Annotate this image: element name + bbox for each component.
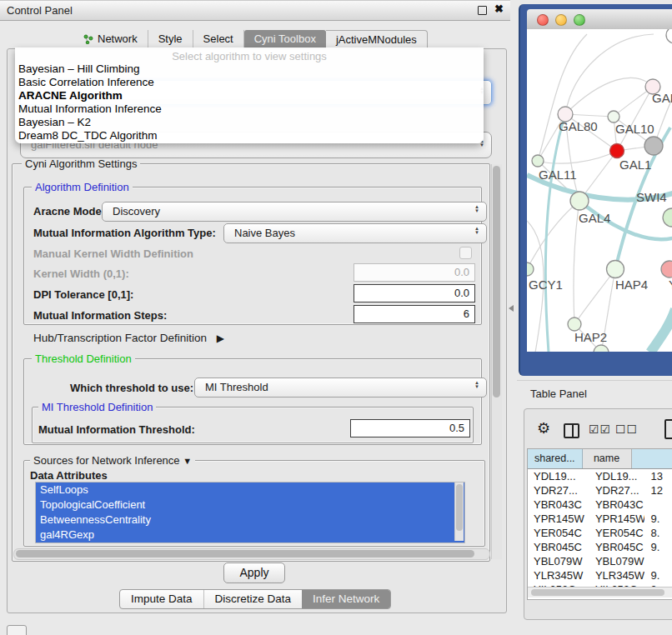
hub-definition-expander[interactable]: Hub/Transcription Factor Definition ▶: [33, 332, 224, 344]
network-window-titlebar[interactable]: [527, 9, 672, 30]
cell-shared-name: YPR145W: [528, 512, 589, 526]
node-swi4[interactable]: [663, 208, 672, 227]
close-traffic-light-icon[interactable]: [537, 14, 549, 26]
mi-steps-field[interactable]: 6: [354, 305, 475, 323]
tab-style-label: Style: [158, 30, 183, 48]
settings-group-title: Cyni Algorithm Settings: [22, 158, 140, 170]
zoom-traffic-light-icon[interactable]: [574, 14, 585, 26]
node-gal10[interactable]: [608, 111, 619, 122]
table-row[interactable]: YLR345W YLR345W 9.: [528, 568, 672, 582]
cell-value: [644, 498, 672, 512]
table-row[interactable]: YER054C YER054C 8.: [528, 526, 672, 540]
list-scrollbar[interactable]: [454, 482, 464, 541]
list-item[interactable]: BetweennessCentrality: [36, 512, 464, 528]
select-all-checkboxes-icon[interactable]: ☑☑: [589, 422, 611, 436]
node-partial-bottom[interactable]: [594, 345, 609, 352]
list-item[interactable]: TopologicalCoefficient: [36, 498, 464, 512]
algorithm-dropdown-popup: Select algorithm to view settings Bayesi…: [15, 48, 484, 143]
algorithm-option[interactable]: Bayesian – Hill Climbing: [15, 62, 484, 76]
table-row[interactable]: YDL19... YDL19... 13: [528, 469, 672, 483]
aracne-mode-label: Aracne Mode:: [33, 205, 105, 218]
table-row[interactable]: YPR145W YPR145W 9.: [528, 512, 672, 526]
cell-name: YER054C: [589, 526, 645, 540]
network-graph: GAL GAL80 GAL10 GAL1 GAL11 GAL4 SWI4 GCY…: [527, 29, 672, 352]
table-row[interactable]: YBR043C YBR043C: [528, 498, 672, 512]
table-horizontal-scrollbar[interactable]: [528, 587, 672, 598]
cell-name: YBL079W: [589, 554, 645, 568]
node-gal1-selected[interactable]: [610, 144, 624, 158]
minimize-traffic-light-icon[interactable]: [555, 14, 567, 26]
node-label: Y: [669, 278, 672, 292]
node-label: HAP2: [574, 330, 607, 344]
manual-kernel-width-label: Manual Kernel Width Definition: [33, 248, 193, 260]
tab-network[interactable]: Network: [73, 30, 148, 48]
deselect-all-checkboxes-icon[interactable]: ☐☐: [615, 422, 638, 436]
table-row[interactable]: YBL079W YBL079W: [528, 554, 672, 568]
tab-jactivemnodules[interactable]: jActiveMNodules: [326, 30, 428, 49]
algorithm-option[interactable]: Mutual Information Inference: [15, 102, 484, 116]
list-item[interactable]: SelfLoops: [36, 482, 464, 498]
collapsed-panel-button[interactable]: [7, 625, 27, 635]
cell-shared-name: YLR345W: [528, 568, 589, 582]
cell-value: 13: [644, 469, 672, 483]
settings-horizontal-scrollbar[interactable]: [13, 548, 490, 560]
node-gal4[interactable]: [570, 192, 589, 210]
algorithm-option[interactable]: Dream8 DC_TDC Algorithm: [15, 129, 484, 142]
tab-select[interactable]: Select: [193, 30, 244, 48]
tab-style[interactable]: Style: [148, 30, 193, 48]
aracne-mode-combo[interactable]: Discovery ▲ ▼: [102, 202, 487, 222]
table-header-row: shared... name: [528, 449, 672, 469]
sources-group-title[interactable]: Sources for Network Inference ▼: [30, 454, 195, 467]
node-salmon[interactable]: [661, 261, 672, 278]
algorithm-option-selected[interactable]: ARACNE Algorithm: [15, 89, 484, 102]
apply-button[interactable]: Apply: [223, 562, 285, 583]
tab-cyni-toolbox[interactable]: Cyni Toolbox: [244, 30, 326, 48]
node-partial-top[interactable]: [666, 29, 672, 43]
column-header-shared-name[interactable]: shared...: [528, 449, 583, 468]
combo-down-icon: ▼: [474, 385, 479, 389]
table-row[interactable]: YDR27... YDR27... 12: [528, 483, 672, 498]
column-header-clipped[interactable]: [632, 449, 672, 468]
algorithm-option[interactable]: Basic Correlation Inference: [15, 76, 484, 89]
document-icon[interactable]: [664, 419, 672, 439]
tab-impute-data[interactable]: Impute Data: [120, 590, 203, 608]
hub-definition-label: Hub/Transcription Factor Definition: [33, 332, 207, 344]
tab-discretize-data[interactable]: Discretize Data: [203, 590, 303, 608]
manual-kernel-width-checkbox[interactable]: [459, 247, 472, 259]
node-label: GAL1: [619, 158, 651, 172]
cell-name: YDR27...: [589, 483, 645, 498]
mi-algorithm-type-combo[interactable]: Naive Bayes ▲ ▼: [223, 223, 487, 243]
mi-algorithm-type-label: Mutual Information Algorithm Type:: [33, 227, 216, 239]
bottom-tabs: Impute Data Discretize Data Infer Networ…: [119, 589, 391, 609]
unchecked-box-icon: ☐: [627, 422, 639, 436]
which-threshold-value: MI Threshold: [205, 381, 268, 393]
expand-down-icon: ▼: [183, 456, 192, 466]
table-row[interactable]: YBR045C YBR045C 9.: [528, 540, 672, 554]
control-panel-title: Control Panel: [7, 4, 73, 17]
node-hap4[interactable]: [607, 261, 624, 278]
float-window-icon[interactable]: [478, 6, 487, 15]
close-icon[interactable]: ✖: [494, 2, 504, 15]
node-gal11[interactable]: [532, 155, 544, 167]
node-gcy1[interactable]: [527, 262, 534, 276]
columns-icon[interactable]: [564, 423, 579, 438]
mi-threshold-field[interactable]: 0.5: [350, 419, 470, 438]
column-header-name[interactable]: name: [583, 449, 632, 468]
node-gray[interactable]: [644, 137, 663, 155]
list-item[interactable]: gal4RGexp: [36, 528, 464, 542]
algorithm-option[interactable]: Bayesian – K2: [15, 116, 484, 129]
cell-value: 9.: [644, 512, 672, 526]
kernel-width-field[interactable]: 0.0: [354, 263, 475, 282]
dpi-tolerance-field[interactable]: 0.0: [354, 284, 475, 302]
which-threshold-combo[interactable]: MI Threshold ▲ ▼: [194, 378, 487, 398]
threshold-definition-title: Threshold Definition: [32, 352, 135, 365]
settings-vertical-scrollbar[interactable]: [491, 164, 502, 559]
tab-infer-network[interactable]: Infer Network: [302, 590, 390, 608]
cell-name: YBR043C: [589, 498, 645, 512]
node-hap2[interactable]: [568, 318, 581, 331]
cell-value: [644, 554, 672, 568]
network-canvas[interactable]: GAL GAL80 GAL10 GAL1 GAL11 GAL4 SWI4 GCY…: [527, 29, 672, 352]
panel-splitter-handle[interactable]: [509, 305, 514, 312]
combo-arrows-icon: ▲ ▼: [474, 227, 479, 235]
gear-icon[interactable]: ⚙: [537, 419, 550, 438]
